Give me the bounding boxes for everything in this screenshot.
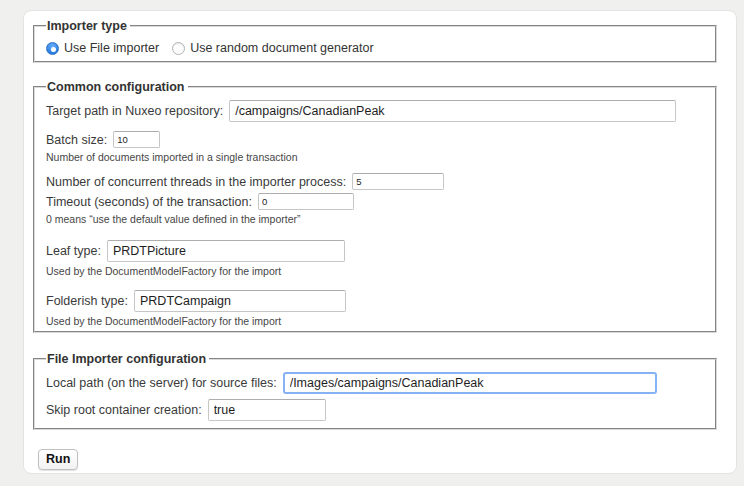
field-group-skip-root: Skip root container creation: — [46, 399, 705, 421]
field-group-folderish-type: Folderish type: Used by the DocumentMode… — [46, 290, 705, 327]
run-button[interactable]: Run — [38, 449, 78, 470]
radio-button-icon[interactable] — [46, 42, 59, 55]
field-group-target-path: Target path in Nuxeo repository: — [46, 100, 705, 122]
threads-input[interactable] — [352, 173, 444, 190]
timeout-help: 0 means “use the default value defined i… — [46, 213, 705, 225]
importer-form-card: Importer type Use File importer Use rand… — [23, 10, 737, 474]
threads-label: Number of concurrent threads in the impo… — [46, 175, 346, 189]
batch-size-input[interactable] — [113, 131, 160, 148]
radio-label-file-importer: Use File importer — [64, 41, 159, 55]
fieldset-common-configuration: Common configuration Target path in Nuxe… — [33, 80, 717, 333]
radio-option-random-generator[interactable]: Use random document generator — [172, 41, 373, 55]
fieldset-file-importer-configuration: File Importer configuration Local path (… — [33, 352, 717, 430]
target-path-input[interactable] — [229, 100, 676, 122]
folderish-type-help: Used by the DocumentModelFactory for the… — [46, 315, 705, 327]
skip-root-input[interactable] — [208, 399, 326, 421]
local-path-label: Local path (on the server) for source fi… — [46, 376, 277, 390]
batch-size-help: Number of documents imported in a single… — [46, 151, 705, 163]
importer-type-legend: Importer type — [46, 19, 130, 33]
file-importer-configuration-legend: File Importer configuration — [46, 352, 209, 366]
field-group-leaf-type: Leaf type: Used by the DocumentModelFact… — [46, 240, 705, 277]
leaf-type-help: Used by the DocumentModelFactory for the… — [46, 265, 705, 277]
target-path-label: Target path in Nuxeo repository: — [46, 104, 223, 118]
leaf-type-label: Leaf type: — [46, 244, 101, 258]
local-path-input[interactable] — [283, 372, 657, 394]
field-group-local-path: Local path (on the server) for source fi… — [46, 372, 705, 394]
radio-button-icon[interactable] — [172, 42, 185, 55]
field-group-threads: Number of concurrent threads in the impo… — [46, 173, 705, 190]
folderish-type-input[interactable] — [134, 290, 346, 312]
common-configuration-legend: Common configuration — [46, 80, 188, 94]
radio-label-random-generator: Use random document generator — [190, 41, 373, 55]
skip-root-label: Skip root container creation: — [46, 403, 202, 417]
importer-type-options: Use File importer Use random document ge… — [46, 41, 705, 55]
field-group-timeout: Timeout (seconds) of the transaction: 0 … — [46, 193, 705, 225]
radio-option-file-importer[interactable]: Use File importer — [46, 41, 159, 55]
field-group-batch-size: Batch size: Number of documents imported… — [46, 131, 705, 163]
timeout-input[interactable] — [258, 193, 354, 210]
folderish-type-label: Folderish type: — [46, 294, 128, 308]
timeout-label: Timeout (seconds) of the transaction: — [46, 195, 252, 209]
fieldset-importer-type: Importer type Use File importer Use rand… — [33, 19, 717, 63]
leaf-type-input[interactable] — [107, 240, 345, 262]
batch-size-label: Batch size: — [46, 133, 107, 147]
